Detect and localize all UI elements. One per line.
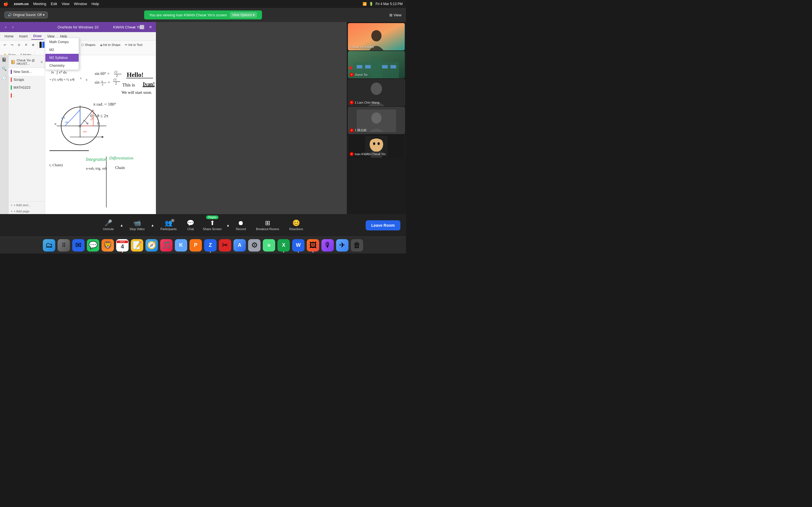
add-section-button[interactable]: + + Add sect... <box>8 202 45 209</box>
section-math1023[interactable]: MATH1023 <box>8 83 45 92</box>
video-icon: 📹 <box>133 220 141 226</box>
ink-to-text-button[interactable]: ✏ Ink to Text <box>123 42 144 48</box>
app-menu: zoom.us Meeting Edit View Window Help <box>11 0 363 8</box>
unmute-button[interactable]: 🎤 Unmute <box>98 218 119 233</box>
svg-text:0: 0 <box>86 78 87 81</box>
menu-draw[interactable]: Draw <box>31 33 44 40</box>
pen-black[interactable] <box>40 42 42 48</box>
chat-button[interactable]: 💬 Chat <box>182 218 199 233</box>
onenote-canvas[interactable]: J₀ ∫ x⁰ dx = (½ x²θ) = ½ x²θ π 0 sin 60°… <box>45 55 156 214</box>
participant-tile-cheukyin[interactable]: Cheuk Yin KWAN <box>348 23 405 50</box>
ink-to-shape-button[interactable]: ⬙ Ink to Shape <box>99 42 122 48</box>
battery-icon: 🔋 <box>369 2 373 6</box>
menubar-window[interactable]: Window <box>71 0 89 8</box>
search-icon[interactable]: 🔍 <box>2 66 6 71</box>
breakout-rooms-button[interactable]: ⊞ Breakout Rooms <box>251 218 284 233</box>
insert-space-button[interactable]: ⊕ <box>31 42 36 48</box>
dock-brave[interactable]: 🦁 <box>101 239 114 251</box>
unmute-chevron-button[interactable]: ▲ <box>119 221 124 230</box>
redo-button[interactable]: ↪ <box>9 42 15 48</box>
dock-podcasts[interactable]: 🎙 <box>321 239 334 251</box>
share-screen-chevron-button[interactable]: ▲ <box>225 221 231 230</box>
dock-airmail[interactable]: ✈ <box>336 239 349 251</box>
dock-preview[interactable]: 🖼 <box>307 239 319 251</box>
add-page-button[interactable]: + + Add page <box>8 209 45 214</box>
dock-keynote[interactable]: K <box>175 239 187 251</box>
record-button[interactable]: ⏺ Record <box>231 218 251 233</box>
eraser-button[interactable]: ✕ <box>23 42 29 48</box>
menubar-edit[interactable]: Edit <box>49 0 59 8</box>
notebook-icon[interactable]: 📓 <box>2 57 6 62</box>
dock-music[interactable]: 🎵 <box>160 239 172 251</box>
dock-pages[interactable]: P <box>190 239 202 251</box>
forward-button[interactable]: › <box>10 24 15 30</box>
back-button[interactable]: ‹ <box>3 24 8 30</box>
view-button[interactable]: ⊞ View <box>389 13 402 17</box>
section-name-math: MATH1023 <box>13 86 31 90</box>
dock-launchpad[interactable]: ⠿ <box>57 239 70 251</box>
dock-toolbox[interactable]: ✂ <box>219 239 231 251</box>
more-options-button[interactable]: ··· <box>37 52 42 55</box>
leave-room-button[interactable]: Leave Room <box>366 220 400 230</box>
participant-tile-chan[interactable]: ⚡ 1 陳志銘 <box>348 107 405 134</box>
stop-video-chevron-button[interactable]: ▲ <box>150 221 155 230</box>
dock-mail[interactable]: ✉ <box>72 239 85 251</box>
reactions-button[interactable]: 😊 Reactions <box>284 218 308 233</box>
maximize-button[interactable]: ⬜ <box>138 24 146 30</box>
zoom-controls: 🎤 Unmute ▲ 📹 Stop Video ▲ 👥 5 Participan… <box>0 214 406 237</box>
stop-video-chevron-icon: ▲ <box>151 223 154 227</box>
view-options-chevron: ▾ <box>253 13 255 17</box>
page-m2-syllabus[interactable]: M2 Syllabus <box>45 55 79 62</box>
shapes-button[interactable]: ⬡ Shapes <box>80 42 97 48</box>
section-new[interactable]: New Secti... <box>8 68 45 76</box>
menubar-help[interactable]: Help <box>89 0 101 8</box>
close-button[interactable]: ✕ <box>147 24 154 30</box>
onenote-window: ‹ › OneNote for Windows 10 KWAN Cheuk Yi… <box>0 22 156 214</box>
apple-menu[interactable]: 🍎 <box>3 2 8 6</box>
dock-safari[interactable]: 🧭 <box>146 239 158 251</box>
page-chemistry[interactable]: Chemistry <box>45 62 79 69</box>
dock-zoom[interactable]: Z <box>204 239 216 251</box>
participant-name-lam: ⚡ 1 Lam Chin Wang <box>350 101 379 105</box>
share-screen-group[interactable]: Pages ⬆ Share Screen <box>199 219 225 232</box>
dock-messages[interactable]: 💬 <box>87 239 99 251</box>
maths-button[interactable]: Σ Maths <box>19 52 33 55</box>
original-sound-button[interactable]: 🔊 Original Sound: Off ▾ <box>4 11 48 18</box>
pen-blue[interactable] <box>42 42 45 48</box>
svg-text:∫ x⁰ dx: ∫ x⁰ dx <box>56 70 67 75</box>
participants-button[interactable]: 👥 5 Participants <box>155 218 182 233</box>
ruler-button[interactable]: 📏 Ruler <box>2 52 17 55</box>
dock-excel[interactable]: X <box>277 239 290 251</box>
dock-notes[interactable]: 📝 <box>131 239 143 251</box>
dock-appstore[interactable]: A <box>234 239 246 251</box>
menubar-app-name[interactable]: zoom.us <box>11 0 31 8</box>
section-dot[interactable]: . <box>8 92 45 100</box>
dock-trash[interactable]: 🗑 <box>351 239 363 251</box>
undo-button[interactable]: ↩ <box>2 42 8 48</box>
menu-home[interactable]: Home <box>2 33 16 40</box>
dock-word[interactable]: W <box>292 239 305 251</box>
dock-finder[interactable]: 🗂 <box>43 239 55 251</box>
participant-tile-joyce[interactable]: ⚡ Joyce So <box>348 51 405 78</box>
dock-neteasemail[interactable]: N <box>263 239 275 251</box>
menubar-view[interactable]: View <box>59 0 71 8</box>
dock-calendar[interactable]: MAR 4 <box>116 239 129 251</box>
svg-text:= (½ x²θ)  = ½ x²θ: = (½ x²θ) = ½ x²θ <box>50 78 74 82</box>
minimize-button[interactable]: — <box>130 24 137 30</box>
notebook-header[interactable]: 📔 Cheuk Yin @ HKUST... ≡ <box>8 56 45 68</box>
svg-text:Differentiation: Differentiation <box>109 156 133 160</box>
lasso-button[interactable]: ⊙ <box>16 42 22 48</box>
view-options-button[interactable]: View Options ▾ <box>230 12 257 18</box>
dock-system-preferences[interactable]: ⚙ <box>248 239 260 251</box>
stop-video-button[interactable]: 📹 Stop Video <box>124 218 150 233</box>
svg-text:=: = <box>108 80 110 84</box>
participant-tile-ivan[interactable]: ⚡ Ivan KWAN Cheuk Yin <box>348 135 405 158</box>
sort-icon[interactable]: ≡ <box>41 60 43 64</box>
calendar-month: MAR <box>117 240 128 243</box>
section-scraps[interactable]: Scraps <box>8 76 45 83</box>
participant-tile-lam[interactable]: ⚡ 1 Lam Chin Wang <box>348 79 405 106</box>
preview-running-dot <box>312 251 313 252</box>
menubar-meeting[interactable]: Meeting <box>31 0 49 8</box>
history-icon[interactable]: 🕒 <box>2 75 6 80</box>
menu-insert[interactable]: Insert <box>17 33 30 40</box>
